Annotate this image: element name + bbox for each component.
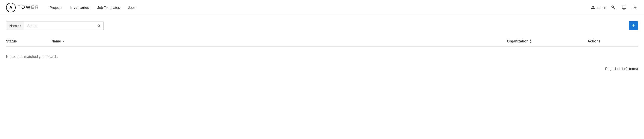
logo-icon: A — [6, 3, 16, 12]
logo[interactable]: A TOWER — [6, 3, 40, 12]
th-actions: Actions — [588, 39, 638, 43]
sort-both-icon: ▲ ▼ — [530, 39, 532, 43]
monitor-button[interactable] — [621, 4, 627, 11]
wrench-icon — [611, 5, 616, 10]
search-group: Name ▾ — [6, 21, 104, 30]
nav-jobs[interactable]: Jobs — [128, 5, 136, 11]
chevron-down-icon: ▾ — [20, 25, 21, 27]
search-filter-button[interactable]: Name ▾ — [6, 21, 24, 30]
main-content: Name ▾ + Status Name ▲ Organization ▲ — [0, 15, 644, 75]
search-submit-button[interactable] — [95, 24, 103, 28]
header-right: admin — [591, 4, 638, 11]
header: A TOWER Projects Inventories Job Templat… — [0, 0, 644, 15]
logo-text: TOWER — [18, 5, 40, 10]
search-row: Name ▾ + — [6, 21, 638, 30]
search-icon — [97, 24, 101, 28]
monitor-icon — [622, 5, 626, 10]
user-icon — [591, 6, 595, 10]
th-name[interactable]: Name ▲ — [51, 39, 507, 43]
logout-icon — [632, 5, 637, 10]
empty-state: No records matched your search. — [6, 47, 638, 63]
table-header: Status Name ▲ Organization ▲ ▼ Actions — [6, 36, 638, 47]
pagination-text: Page 1 of 1 (0 items) — [605, 67, 638, 71]
logout-button[interactable] — [631, 4, 638, 11]
nav-projects[interactable]: Projects — [50, 5, 62, 11]
search-input[interactable] — [24, 21, 95, 30]
th-status: Status — [6, 39, 51, 43]
main-nav: Projects Inventories Job Templates Jobs — [50, 5, 591, 11]
th-organization[interactable]: Organization ▲ ▼ — [507, 39, 588, 43]
settings-button[interactable] — [610, 4, 617, 11]
nav-inventories[interactable]: Inventories — [70, 5, 89, 11]
search-filter-label: Name — [9, 24, 19, 28]
nav-job-templates[interactable]: Job Templates — [97, 5, 120, 11]
admin-label: admin — [591, 6, 606, 10]
pagination: Page 1 of 1 (0 items) — [6, 63, 638, 75]
sort-asc-icon: ▲ — [62, 40, 65, 43]
add-button[interactable]: + — [629, 21, 638, 30]
